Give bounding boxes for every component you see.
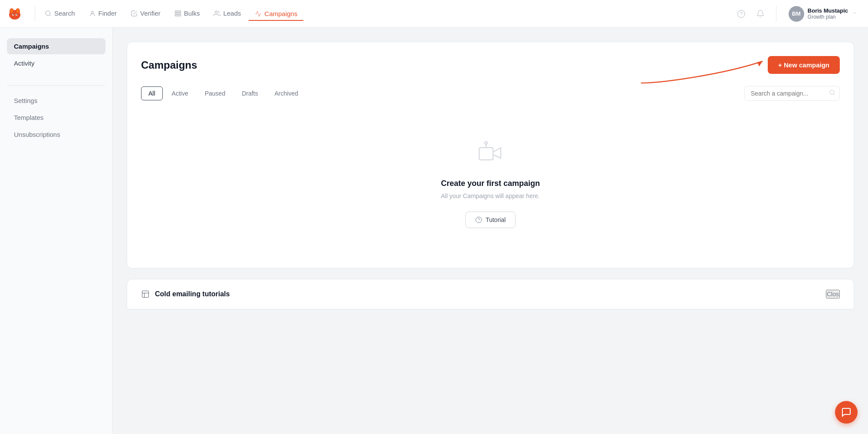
main-content: Campaigns + New campaign All Active Paus… <box>113 28 868 434</box>
svg-rect-12 <box>175 13 181 14</box>
new-campaign-button[interactable]: + New campaign <box>768 56 840 74</box>
empty-state: Create your first campaign All your Camp… <box>141 101 840 254</box>
notifications-button[interactable] <box>753 7 767 21</box>
sidebar-secondary-section: Settings Templates Unsubscriptions <box>7 93 105 142</box>
nav-item-finder[interactable]: Finder <box>83 6 123 21</box>
close-tutorials-button[interactable]: Clos <box>826 290 840 298</box>
svg-rect-24 <box>142 291 149 298</box>
tutorials-icon <box>141 290 150 298</box>
sidebar-item-templates[interactable]: Templates <box>7 109 105 126</box>
search-wrap <box>744 86 840 101</box>
page-layout: Campaigns Activity Settings Templates Un… <box>0 28 868 434</box>
svg-point-15 <box>737 10 745 17</box>
nav-item-search[interactable]: Search <box>39 6 81 21</box>
help-button[interactable] <box>734 7 748 21</box>
svg-point-4 <box>16 9 19 13</box>
user-menu[interactable]: BM Boris Mustapic Growth plan <box>785 4 861 23</box>
empty-state-icon <box>475 136 506 169</box>
filter-tabs: All Active Paused Drafts Archived <box>141 86 306 100</box>
svg-rect-11 <box>175 11 181 12</box>
sidebar-primary-section: Campaigns Activity <box>7 38 105 71</box>
svg-rect-13 <box>175 15 181 16</box>
nav-item-verifier[interactable]: Verifier <box>125 6 167 21</box>
sidebar-divider <box>7 85 105 86</box>
nav-item-leads[interactable]: Leads <box>207 6 247 21</box>
bottom-tutorials-card: Cold emailing tutorials Clos <box>127 279 854 309</box>
tabs-row: All Active Paused Drafts Archived <box>141 86 840 101</box>
tutorials-title: Cold emailing tutorials <box>155 290 230 298</box>
tab-archived[interactable]: Archived <box>267 86 306 100</box>
tab-drafts[interactable]: Drafts <box>234 86 265 100</box>
card-header: Campaigns + New campaign <box>141 56 840 74</box>
chat-bubble[interactable] <box>835 401 858 424</box>
sidebar-item-campaigns[interactable]: Campaigns <box>7 38 105 54</box>
sidebar-item-unsubscriptions[interactable]: Unsubscriptions <box>7 126 105 142</box>
svg-point-14 <box>215 11 217 13</box>
right-divider <box>776 6 776 22</box>
campaigns-card: Campaigns + New campaign All Active Paus… <box>127 42 854 268</box>
tab-paused[interactable]: Paused <box>197 86 233 100</box>
svg-point-10 <box>91 11 93 13</box>
tab-all[interactable]: All <box>141 86 163 100</box>
svg-point-8 <box>16 14 17 15</box>
tab-active[interactable]: Active <box>164 86 196 100</box>
svg-point-9 <box>46 11 50 16</box>
chevron-down-icon <box>852 10 858 18</box>
sidebar-item-activity[interactable]: Activity <box>7 55 105 71</box>
svg-point-3 <box>10 9 13 13</box>
page-title: Campaigns <box>141 59 197 71</box>
svg-point-21 <box>485 142 487 144</box>
empty-state-title: Create your first campaign <box>441 179 540 188</box>
nav-item-campaigns[interactable]: Campaigns <box>249 7 303 21</box>
campaign-search-input[interactable] <box>744 86 840 101</box>
svg-rect-19 <box>479 148 493 160</box>
app-logo[interactable] <box>7 5 24 23</box>
topnav: Search Finder Verifier Bulks Leads Campa… <box>0 0 868 28</box>
sidebar: Campaigns Activity Settings Templates Un… <box>0 28 113 434</box>
empty-state-description: All your Campaigns will appear here. <box>441 192 540 199</box>
svg-point-22 <box>476 217 481 222</box>
nav-item-bulks[interactable]: Bulks <box>168 6 206 21</box>
svg-point-7 <box>13 14 14 15</box>
tutorial-button[interactable]: Tutorial <box>465 212 516 228</box>
user-info: Boris Mustapic Growth plan <box>808 7 848 20</box>
nav-items: Search Finder Verifier Bulks Leads Campa… <box>39 6 734 21</box>
topnav-right: BM Boris Mustapic Growth plan <box>734 4 861 23</box>
sidebar-item-settings[interactable]: Settings <box>7 93 105 109</box>
nav-divider <box>35 6 35 22</box>
avatar: BM <box>789 6 804 22</box>
